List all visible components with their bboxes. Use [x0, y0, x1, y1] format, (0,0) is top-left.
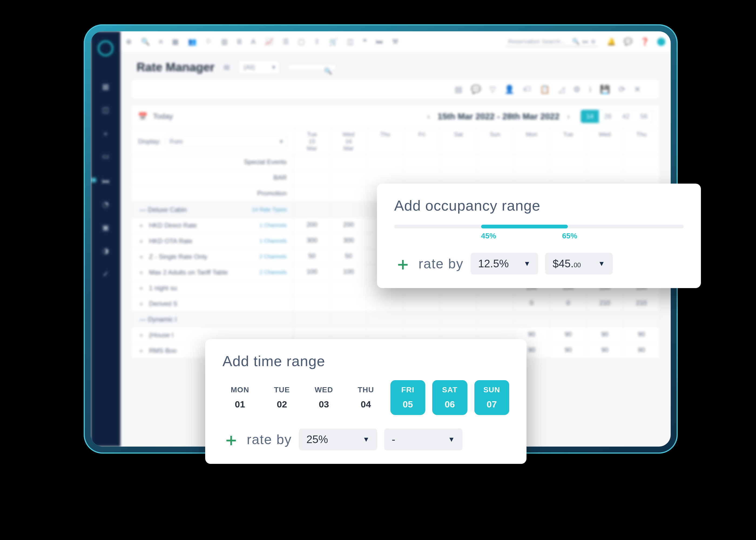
amount-dropdown[interactable]: $ 45. 00 ▼ [545, 253, 613, 275]
rate-label[interactable]: ＋ Derived S [132, 296, 294, 311]
user-avatar-icon[interactable] [657, 38, 665, 46]
gear-icon[interactable]: ⚙ [573, 84, 580, 94]
search-icon[interactable]: 🔍 [141, 38, 150, 46]
people-icon[interactable]: 👥 [188, 38, 196, 46]
occupancy-slider[interactable]: 45% 65% [394, 225, 684, 243]
close-icon[interactable]: ✕ [634, 84, 641, 94]
rate-cell[interactable] [440, 296, 476, 311]
today-link[interactable]: Today [153, 112, 173, 121]
list-icon[interactable]: ≡ [159, 38, 163, 46]
rate-cell[interactable]: 100 [330, 265, 367, 280]
pie-icon[interactable]: ◔ [101, 200, 110, 208]
day-button[interactable]: WED03 [307, 380, 341, 415]
bold-icon[interactable]: B [237, 38, 242, 46]
chart-icon[interactable]: ◫ [101, 105, 110, 113]
rate-cell[interactable]: 300 [294, 233, 330, 249]
rate-label[interactable]: ＋ HKD Direct Rate1 Channels [132, 217, 294, 233]
day-button[interactable]: TUE02 [264, 380, 299, 415]
rate-cell[interactable]: 90 [586, 343, 623, 358]
doc-icon[interactable]: ▢ [298, 38, 305, 46]
search-bed-icon[interactable]: 🛏 [582, 38, 588, 45]
pill-42[interactable]: 42 [617, 110, 635, 123]
rate-cell[interactable]: 300 [330, 233, 367, 249]
day-button[interactable]: SUN07 [474, 380, 509, 415]
clipboard-icon[interactable]: 📋 [540, 84, 550, 94]
rate-cell[interactable]: 50 [330, 249, 367, 264]
help-icon[interactable]: ❓ [640, 38, 649, 46]
table-icon[interactable]: ▦ [172, 38, 179, 46]
rate-cell[interactable]: 90 [586, 327, 623, 342]
rate-cell[interactable] [294, 280, 330, 296]
day-button[interactable]: MON01 [222, 380, 257, 415]
tools-icon[interactable]: ⚒ [392, 38, 398, 46]
tags-icon[interactable]: 🏷 [523, 84, 531, 94]
chat-icon[interactable]: 💬 [624, 38, 632, 46]
funnel-icon[interactable]: ▽ [489, 84, 496, 94]
rate-cell[interactable]: 200 [294, 217, 330, 233]
layers-icon[interactable]: ≋ [223, 62, 230, 72]
card-icon[interactable]: ▭ [101, 152, 110, 160]
grid-icon[interactable]: ▦ [101, 82, 110, 90]
time-amount-dropdown[interactable]: - ▼ [384, 429, 462, 450]
calendar-icon[interactable]: 📅 [138, 112, 147, 121]
app-logo-icon[interactable] [98, 41, 113, 56]
rate-label[interactable]: ＋ HKD OTA Rate1 Channels [132, 233, 294, 249]
category-label[interactable]: — Deluxe Cabin14 Rate Types [132, 202, 294, 217]
cart-icon[interactable]: 🛒 [329, 38, 338, 46]
bell-icon[interactable]: 🔔 [607, 38, 616, 46]
reservation-search-input[interactable]: Reservation Search... 🔍 🛏 ⊕ [506, 37, 598, 47]
quote-icon[interactable]: ❝ [363, 38, 367, 46]
filter-dropdown[interactable]: (All) [238, 61, 280, 74]
time-percent-dropdown[interactable]: 25% ▼ [299, 429, 377, 450]
bed2-icon[interactable]: 🛏 [376, 38, 383, 46]
next-range-button[interactable]: › [567, 112, 570, 121]
rate-label[interactable]: ＋ Z - Single Rate Only2 Channels [132, 249, 294, 264]
search-globe-icon[interactable]: ⊕ [591, 38, 596, 45]
pill-28[interactable]: 28 [599, 110, 617, 123]
bed-icon[interactable]: 🛏 [101, 177, 110, 185]
day-button[interactable]: FRI05 [390, 380, 425, 415]
add-icon[interactable]: ＋ [101, 129, 110, 137]
comment-icon[interactable]: 💬 [471, 84, 481, 94]
percent-dropdown[interactable]: 12.5% ▼ [471, 253, 538, 275]
rate-cell[interactable]: 0 [550, 296, 586, 311]
rate-cell[interactable]: 90 [550, 327, 586, 342]
rate-cell[interactable]: 100 [294, 265, 330, 280]
day-button[interactable]: SAT06 [432, 380, 467, 415]
rate-cell[interactable] [330, 280, 367, 296]
check-icon[interactable]: ✓ [101, 269, 110, 278]
user-icon[interactable]: 👤 [504, 84, 514, 94]
category-row[interactable]: — Dynamic I [132, 312, 660, 327]
plus-circle-icon[interactable]: ⊕ [126, 38, 132, 46]
pill-14[interactable]: 14 [581, 110, 599, 123]
prev-range-button[interactable]: ‹ [427, 112, 430, 121]
rate-cell[interactable]: 90 [550, 343, 586, 358]
map-icon[interactable]: ⚐ [206, 38, 212, 46]
rate-cell[interactable]: 90 [623, 327, 660, 342]
bullet-icon[interactable]: ☰ [283, 38, 289, 46]
rate-label[interactable]: ＋ Max 2 Adults on Tariff Table2 Channels [132, 265, 294, 280]
book-icon[interactable]: ▥ [221, 38, 228, 46]
secondary-search-input[interactable]: 🔍 [288, 64, 336, 70]
rate-cell[interactable]: 200 [330, 217, 367, 233]
info-icon[interactable]: ⅰ [589, 84, 591, 94]
save-icon[interactable]: 💾 [600, 84, 610, 94]
rate-cell[interactable] [367, 296, 403, 311]
search-go-icon[interactable]: 🔍 [572, 38, 579, 45]
display-select[interactable]: Rate [165, 135, 287, 148]
note-icon[interactable]: ▤ [455, 84, 462, 94]
category-label[interactable]: — Dynamic I [132, 312, 294, 327]
rate-cell[interactable]: 0 [513, 296, 550, 311]
refresh-icon[interactable]: ⟳ [619, 84, 625, 94]
rate-cell[interactable] [294, 296, 330, 311]
font-icon[interactable]: A [251, 38, 256, 46]
rate-label[interactable]: ＋ 1 night su [132, 280, 294, 296]
pill-56[interactable]: 56 [635, 110, 653, 123]
rate-cell[interactable] [330, 296, 367, 311]
rate-cell[interactable]: 210 [586, 296, 623, 311]
flag-icon[interactable]: ◿ [559, 84, 565, 94]
line-chart-icon[interactable]: 📈 [265, 38, 274, 46]
rate-cell[interactable] [403, 296, 440, 311]
globe-icon[interactable]: ◉ [91, 175, 98, 183]
export-icon[interactable]: ⇪ [314, 38, 320, 46]
